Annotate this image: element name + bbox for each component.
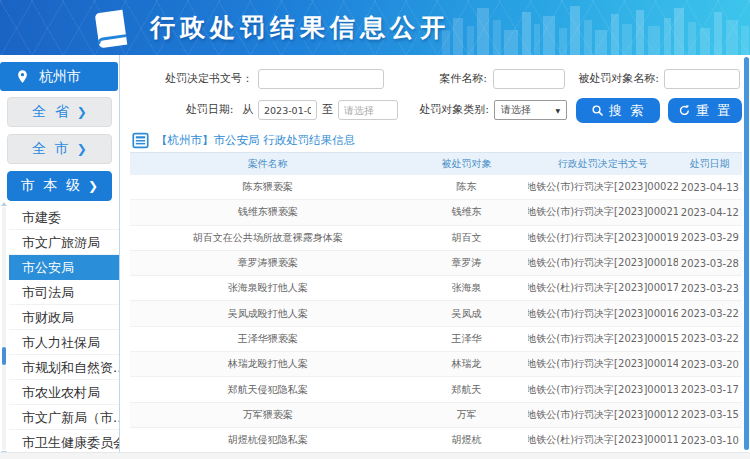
table-cell: 2023-03-28	[678, 251, 742, 275]
table-cell: 郑航天侵犯隐私案	[130, 377, 405, 401]
date-to-input[interactable]	[338, 100, 398, 120]
table-cell: 胡百文在公共场所故意裸露身体案	[130, 226, 405, 250]
column-header-target: 被处罚对象	[405, 153, 527, 175]
date-from-prefix: 从	[242, 103, 253, 116]
target-name-label: 被处罚对象名称:	[561, 69, 659, 89]
sidebar-department-item[interactable]: 市农业农村局	[9, 380, 119, 405]
book-icon	[83, 5, 138, 54]
chevron-down-icon: ▼	[555, 107, 560, 114]
table-cell: 万军猥亵案	[130, 403, 405, 427]
sidebar-department-item[interactable]: 市公安局	[9, 255, 119, 280]
table-cell: 杭地铁公(杜)行罚决字[2023]00011号	[528, 428, 678, 452]
table-cell: 陈东猥亵案	[130, 175, 405, 199]
table-row: 钱维东猥亵案钱维东杭地铁公(市)行罚决字[2023]00021号2023-04-…	[130, 200, 742, 225]
doc-no-input[interactable]	[258, 69, 384, 89]
main-content: 处罚决定书文号： 案件名称: 被处罚对象名称: 处罚日期: 从 至 处罚对象类别…	[121, 55, 750, 452]
content-scrollbar[interactable]	[744, 57, 749, 450]
department-list: 市建委市文广旅游局市公安局市司法局市财政局市人力社保局市规划和自然资...市农业…	[0, 205, 119, 452]
sidebar-scrollbar[interactable]	[2, 207, 6, 450]
table-cell: 林瑞龙殴打他人案	[130, 352, 405, 376]
table-cell: 胡百文	[405, 226, 527, 250]
horizontal-scrollbar[interactable]	[0, 452, 750, 459]
table-cell: 杭地铁公(市)行罚决字[2023]00014号	[528, 352, 678, 376]
table-cell: 2023-03-23	[678, 276, 742, 300]
table-cell: 张海泉殴打他人案	[130, 276, 405, 300]
column-header-case-name: 案件名称	[130, 153, 405, 175]
city-tab[interactable]: 杭州市	[0, 62, 118, 91]
table-cell: 章罗涛	[405, 251, 527, 275]
table-cell: 杭地铁公(市)行罚决字[2023]00016号	[528, 301, 678, 325]
city-name: 杭州市	[39, 68, 81, 86]
case-name-label: 案件名称:	[421, 69, 487, 89]
penalty-date-label: 处罚日期: 从	[137, 100, 253, 120]
scope-button-province[interactable]: 全 省 ❯	[7, 97, 112, 127]
table-cell: 吴凤成殴打他人案	[130, 301, 405, 325]
results-table: 案件名称 被处罚对象 行政处罚决定书文号 处罚日期 陈东猥亵案陈东杭地铁公(市)…	[130, 152, 742, 452]
page-title: 行政处罚结果信息公开	[150, 11, 450, 44]
table-cell: 杭地铁公(杜)行罚决字[2023]00017号	[528, 276, 678, 300]
table-cell: 2023-03-22	[678, 327, 742, 351]
table-row: 郑航天侵犯隐私案郑航天杭地铁公(市)行罚决字[2023]00013号2023-0…	[130, 377, 742, 402]
sidebar-department-item[interactable]: 市司法局	[9, 280, 119, 305]
table-cell: 张海泉	[405, 276, 527, 300]
sidebar-department-item[interactable]: 市财政局	[9, 305, 119, 330]
scope-button-municipal[interactable]: 市 本 级 ❯	[7, 171, 112, 201]
date-from-input[interactable]	[258, 100, 317, 120]
table-cell: 杭地铁公(市)行罚决字[2023]00012号	[528, 403, 678, 427]
page: 行政处罚结果信息公开	[0, 0, 750, 459]
sidebar-department-item[interactable]: 市文广旅游局	[9, 230, 119, 255]
target-name-input[interactable]	[664, 69, 740, 89]
chevron-right-icon: ❯	[77, 105, 87, 119]
sidebar-scrollbar-thumb[interactable]	[2, 347, 6, 365]
table-cell: 2023-04-12	[678, 200, 742, 224]
table-body: 陈东猥亵案陈东杭地铁公(市)行罚决字[2023]00022号2023-04-13…	[130, 175, 742, 452]
column-header-doc-no: 行政处罚决定书文号	[528, 153, 678, 175]
search-button[interactable]: 搜 索	[576, 98, 660, 123]
table-cell: 杭地铁公(市)行罚决字[2023]00022号	[528, 175, 678, 199]
breadcrumb: 【杭州市】市公安局 行政处罚结果信息	[132, 130, 355, 150]
doc-no-label: 处罚决定书文号：	[137, 69, 253, 89]
table-cell: 2023-03-22	[678, 301, 742, 325]
reset-button[interactable]: 重 置	[668, 98, 742, 123]
sidebar-department-item[interactable]: 市人力社保局	[9, 330, 119, 355]
table-cell: 林瑞龙	[405, 352, 527, 376]
table-cell: 万军	[405, 403, 527, 427]
table-cell: 钱维东猥亵案	[130, 200, 405, 224]
case-name-input[interactable]	[493, 69, 565, 89]
table-cell: 杭地铁公(打)行罚决字[2023]00019号	[528, 226, 678, 250]
scroll-up-arrow-icon[interactable]	[1, 202, 7, 206]
reset-button-label: 重 置	[696, 102, 732, 120]
sidebar-department-item[interactable]: 市文广新局（市...	[9, 405, 119, 430]
table-cell: 胡煜杭	[405, 428, 527, 452]
category-select[interactable]: 请选择 ▼	[494, 100, 567, 120]
chevron-right-icon: ❯	[77, 142, 87, 156]
table-cell: 2023-03-29	[678, 226, 742, 250]
table-row: 张海泉殴打他人案张海泉杭地铁公(杜)行罚决字[2023]00017号2023-0…	[130, 276, 742, 301]
scope-button-label: 全 省	[32, 103, 70, 121]
sidebar-department-item[interactable]: 市规划和自然资...	[9, 355, 119, 380]
table-cell: 2023-03-20	[678, 352, 742, 376]
sidebar: 杭州市 全 省 ❯ 全 市 ❯ 市 本 级 ❯ 市建委市文广旅游局市公安局市司法…	[0, 55, 120, 452]
table-row: 万军猥亵案万军杭地铁公(市)行罚决字[2023]00012号2023-03-15	[130, 403, 742, 428]
date-between-label: 至	[321, 100, 334, 120]
table-cell: 2023-03-10	[678, 428, 742, 452]
table-cell: 杭地铁公(市)行罚决字[2023]00018号	[528, 251, 678, 275]
table-row: 章罗涛猥亵案章罗涛杭地铁公(市)行罚决字[2023]00018号2023-03-…	[130, 251, 742, 276]
table-row: 胡百文在公共场所故意裸露身体案胡百文杭地铁公(打)行罚决字[2023]00019…	[130, 226, 742, 251]
scope-button-city[interactable]: 全 市 ❯	[7, 134, 112, 164]
search-button-label: 搜 索	[609, 102, 645, 120]
category-label: 处罚对象类别:	[411, 100, 489, 120]
table-cell: 王泽华	[405, 327, 527, 351]
table-cell: 章罗涛猥亵案	[130, 251, 405, 275]
list-document-icon	[132, 132, 149, 149]
table-row: 吴凤成殴打他人案吴凤成杭地铁公(市)行罚决字[2023]00016号2023-0…	[130, 301, 742, 326]
sidebar-department-item[interactable]: 市建委	[9, 205, 119, 230]
table-cell: 钱维东	[405, 200, 527, 224]
sidebar-department-item[interactable]: 市卫生健康委员会	[9, 430, 119, 452]
table-row: 胡煜杭侵犯隐私案胡煜杭杭地铁公(杜)行罚决字[2023]00011号2023-0…	[130, 428, 742, 452]
breadcrumb-text: 【杭州市】市公安局 行政处罚结果信息	[156, 133, 355, 148]
reset-icon	[678, 104, 691, 117]
search-icon	[591, 104, 604, 117]
table-row: 陈东猥亵案陈东杭地铁公(市)行罚决字[2023]00022号2023-04-13	[130, 175, 742, 200]
table-cell: 杭地铁公(市)行罚决字[2023]00013号	[528, 377, 678, 401]
